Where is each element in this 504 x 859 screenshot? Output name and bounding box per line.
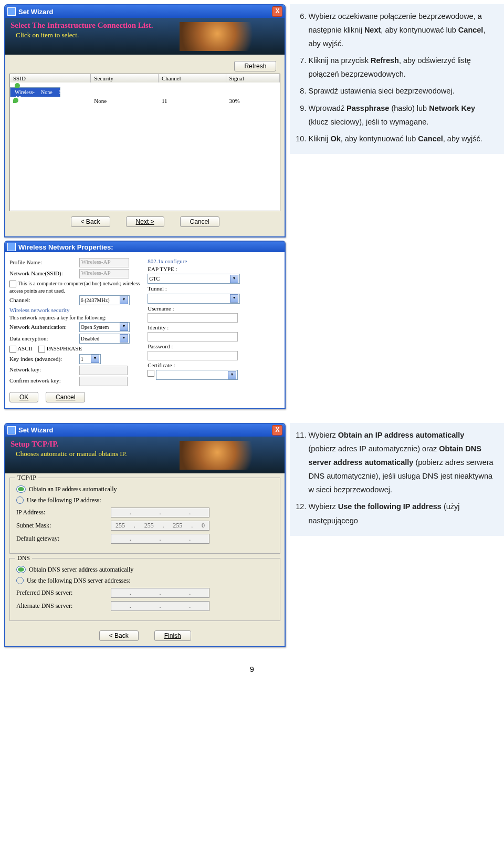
username-input[interactable] <box>148 313 238 323</box>
network-key-input[interactable] <box>79 366 128 375</box>
signal-icon <box>15 83 20 88</box>
encryption-select[interactable]: Disabled▾ <box>79 334 130 344</box>
step-8: Sprawdź ustawienia sieci bezprzewodowej. <box>308 84 494 98</box>
eap-section-label: 802.1x configure <box>148 258 280 264</box>
identity-input[interactable] <box>148 332 238 341</box>
chevron-down-icon: ▾ <box>230 294 238 303</box>
titlebar: Set Wizard X <box>5 424 285 437</box>
network-list[interactable]: SSID Security Channel Signal Wireless-AP… <box>9 74 280 211</box>
close-icon[interactable]: X <box>272 425 282 436</box>
list-item[interactable]: Wireless-AP None 6 96% <box>10 87 60 97</box>
chevron-down-icon: ▾ <box>120 334 128 343</box>
ipaddress-label: IP Address: <box>16 509 111 516</box>
confirm-key-label: Confirm network key: <box>9 377 78 384</box>
obtain-dns-auto-radio[interactable] <box>16 566 26 573</box>
cancel-button[interactable]: Cancel <box>46 392 85 402</box>
close-icon[interactable]: X <box>272 6 282 17</box>
banner-title: Setup TCP/IP. <box>5 437 285 449</box>
obtain-dns-auto-label: Obtain DNS server address automatically <box>29 566 133 574</box>
gateway-input[interactable]: ... <box>111 534 209 544</box>
certificate-checkbox[interactable] <box>148 370 154 377</box>
wireless-properties-window: Wireless Network Properties: Profile Nam… <box>4 241 286 409</box>
profile-label: Profile Name: <box>9 259 78 265</box>
eaptype-label: EAP TYPE : <box>148 266 184 272</box>
window-title: Set Wizard <box>18 8 53 16</box>
passphrase-checkbox[interactable] <box>38 346 45 353</box>
step-7: Kliknij na przycisk Refresh, aby odświer… <box>308 54 494 81</box>
channel-cell: 11 <box>159 97 226 105</box>
signal-cell: 30% <box>226 97 280 105</box>
window-title: Wireless Network Properties: <box>18 243 113 251</box>
preferred-dns-input[interactable]: ... <box>111 588 209 598</box>
col-signal: Signal <box>226 74 280 82</box>
step-9: Wprowadź Passphrase (hasło) lub Network … <box>308 101 494 129</box>
keyidx-select[interactable]: 1▾ <box>79 354 101 364</box>
use-ip-radio[interactable] <box>16 496 24 504</box>
col-channel: Channel <box>159 74 226 82</box>
ipaddress-input[interactable]: ... <box>111 508 209 518</box>
app-icon <box>7 243 16 251</box>
page-number: 9 <box>0 657 504 682</box>
cancel-button[interactable]: Cancel <box>180 216 219 227</box>
tunnel-select[interactable]: ▾ <box>148 294 240 304</box>
window-title: Set Wizard <box>18 426 53 434</box>
banner-subtitle: Chooses automatic or manual obtains IP. <box>5 449 285 458</box>
subnet-input[interactable]: 255.255.255.0 <box>111 521 209 531</box>
banner-subtitle: Click on item to select. <box>5 30 285 39</box>
preferred-dns-label: Preferred DNS server: <box>16 589 111 597</box>
ascii-label: ASCII <box>17 345 33 351</box>
use-dns-radio[interactable] <box>16 577 24 584</box>
dns-fieldset: DNS Obtain DNS server address automatica… <box>9 558 280 621</box>
fieldset-title: DNS <box>15 554 32 562</box>
gateway-label: Default geteway: <box>16 535 111 543</box>
col-ssid: SSID <box>10 74 91 82</box>
passphrase-label: PASSPHRASE <box>47 345 82 351</box>
tcpip-fieldset: TCP/IP Obtain an IP address automaticall… <box>9 478 280 554</box>
security-cell: None <box>38 89 56 96</box>
instructions-block-a: Wybierz oczekiwane połączenie bezprzewod… <box>290 4 504 154</box>
ascii-checkbox[interactable] <box>9 346 16 353</box>
list-header: SSID Security Channel Signal <box>10 74 280 82</box>
next-button[interactable]: Next > <box>126 216 164 227</box>
obtain-ip-auto-radio[interactable] <box>16 485 26 493</box>
finish-button[interactable]: Finish <box>154 630 191 641</box>
security-cell: None <box>91 97 159 105</box>
security-section-label: Wireless network security <box>9 307 142 313</box>
profile-input[interactable]: Wireless-AP <box>79 258 129 267</box>
password-input[interactable] <box>148 351 238 360</box>
ok-button[interactable]: OK <box>9 392 38 402</box>
auth-select[interactable]: Open System▾ <box>79 322 130 332</box>
certificate-select[interactable]: ▾ <box>156 370 238 380</box>
confirm-key-input[interactable] <box>79 377 128 386</box>
auth-label: Network Authentication: <box>9 324 78 330</box>
banner-title: Select The Infrastructure Connection Lis… <box>5 18 285 30</box>
titlebar: Set Wizard X <box>5 5 285 18</box>
chevron-down-icon: ▾ <box>120 323 128 331</box>
wizard-select-network-window: Set Wizard X Select The Infrastructure C… <box>4 4 286 237</box>
signal-icon <box>13 98 18 103</box>
adhoc-checkbox[interactable] <box>9 281 16 287</box>
titlebar: Wireless Network Properties: <box>5 242 285 252</box>
alternate-dns-label: Alternate DNS server: <box>16 602 111 610</box>
alternate-dns-input[interactable]: ... <box>111 601 209 611</box>
channel-cell: 6 <box>56 89 65 96</box>
app-icon <box>7 426 16 434</box>
list-item[interactable]: None 11 30% <box>10 97 280 105</box>
eaptype-select[interactable]: GTC▾ <box>148 274 240 284</box>
wizard-tcpip-window: Set Wizard X Setup TCP/IP. Chooses autom… <box>4 423 286 647</box>
use-dns-label: Use the following DNS server addresses: <box>27 577 131 585</box>
channel-label: Channel: <box>9 297 78 303</box>
refresh-button[interactable]: Refresh <box>234 61 276 71</box>
ssid-input[interactable]: Wireless-AP <box>79 269 129 278</box>
step-10: Kliknij Ok, aby kontynuować lub Cancel, … <box>308 132 494 146</box>
channel-select[interactable]: 6 (2437MHz)▾ <box>79 295 130 305</box>
step-12: Wybierz Use the following IP address (uż… <box>308 500 494 527</box>
col-security: Security <box>91 74 159 82</box>
back-button[interactable]: < Back <box>71 216 110 227</box>
back-button[interactable]: < Back <box>99 630 139 641</box>
network-key-label: Network key: <box>9 366 78 372</box>
password-label: Password : <box>148 343 184 349</box>
identity-label: Identity : <box>148 324 184 330</box>
fieldset-title: TCP/IP <box>15 474 38 482</box>
step-11: Wybierz Obtain an IP address automatical… <box>308 428 494 496</box>
